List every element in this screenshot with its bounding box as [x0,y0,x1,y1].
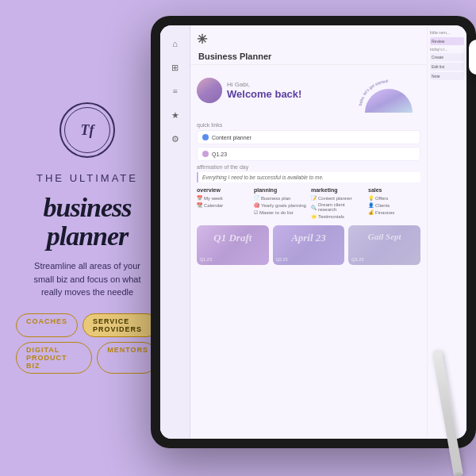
q1-label: Q1.23 [200,257,212,262]
stylus-tip [455,471,463,476]
arch-decoration: babe, let's get started! [357,67,420,114]
welcome-text-area: Hi Gabi, Welcome back! [227,81,301,100]
quick-link-1[interactable]: Content planner [197,130,420,144]
nav-item[interactable]: 👤 Clients [368,202,420,208]
q1-script: Q1 Draft [213,232,251,244]
list-icon: ☑ [254,209,258,215]
content-icon: 📝 [311,195,317,201]
reminder-item-1[interactable]: Create [430,53,464,61]
nav-item[interactable]: 📅 My week [197,195,249,201]
app-sidebar: ⌂ ⊞ ≡ ★ ⚙ [160,25,190,439]
asterisk-icon: ✳ [197,32,207,47]
nav-item[interactable]: ⭐ Testimonials [311,213,363,219]
star-icon: ⭐ [311,213,317,219]
nav-item[interactable]: 📄 Business plan [254,195,306,201]
sidebar-star-icon[interactable]: ★ [167,106,184,124]
reminder-title: little rem... [430,30,464,35]
quick-links: Content planner Q1.23 [197,130,420,161]
nav-planning-title: planning [254,187,306,193]
nav-marketing-title: marketing [311,187,363,193]
quick-link-2[interactable]: Q1.23 [197,147,420,161]
hi-text: Hi Gabi, [227,81,301,88]
tablet-screen: ⌂ ⊞ ≡ ★ ⚙ ✳ Business Planner [160,25,466,439]
affirmation-box: Everything I need to be successful is av… [197,172,420,182]
nav-item[interactable]: 🎯 Yearly goals planning [254,202,306,208]
nav-sections: overview 📅 My week 📆 Calendar pla [197,187,420,221]
logo-initials: Tf [64,107,110,153]
tag-mentors[interactable]: MENTORS [97,342,159,374]
nav-item[interactable]: 📆 Calendar [197,202,249,208]
tagline-the: THE ULTIMATE [36,172,138,184]
description: Streamline all areas of your small biz a… [16,259,159,299]
quarter-thumb-2[interactable]: April 23 Q2.23 [273,225,345,265]
tag-digital[interactable]: DIGITAL PRODUCT BIZ [16,342,92,374]
tags-row-2: DIGITAL PRODUCT BIZ MENTORS [16,342,159,374]
client-icon: 👤 [368,202,374,208]
search-icon: 🔍 [311,205,317,210]
welcome-back: Welcome back! [227,88,301,100]
content-body[interactable]: quick links Content planner Q1.23 affirm… [190,116,427,439]
tablet-outer: ⌂ ⊞ ≡ ★ ⚙ ✳ Business Planner [151,16,476,448]
app-right-panel: little rem... Review today's t... Create… [427,25,466,439]
link-dot-2 [202,151,209,157]
calendar-icon: 📅 [197,195,202,201]
nav-col-overview: overview 📅 My week 📆 Calendar [197,187,249,221]
app-header: ✳ Business Planner [190,25,427,65]
nav-sales-title: sales [368,187,420,193]
nav-col-marketing: marketing 📝 Content planner 🔍 Dream clie… [311,187,363,221]
nav-overview-title: overview [197,187,249,193]
q3-label: Q3.23 [351,257,363,262]
q2-script: April 23 [291,232,326,244]
todays-title: today's t... [430,47,464,52]
nav-item[interactable]: ☑ Master to do list [254,209,306,215]
welcome-user-area: Hi Gabi, Welcome back! [197,78,301,103]
reminder-item-2[interactable]: Edit list [430,63,464,71]
nav-item[interactable]: 💰 Finances [368,209,420,215]
quick-link-2-label: Q1.23 [212,152,227,157]
tagline-main: business planner [43,194,131,250]
tags-row-1: COACHES SERVICE PROVIDERS [16,313,159,337]
nav-item[interactable]: 💡 Offers [368,195,420,201]
tablet-wrapper: N ⌂ ⊞ ≡ ★ ⚙ ✳ Business Planner [151,16,476,468]
tag-coaches[interactable]: COACHES [16,313,78,337]
app-main: ✳ Business Planner Hi Gabi, Welcome back… [190,25,427,439]
target-icon: 🎯 [254,202,259,208]
notion-sticker: N [469,40,476,75]
tags-grid: COACHES SERVICE PROVIDERS DIGITAL PRODUC… [16,313,159,374]
sidebar-settings-icon[interactable]: ⚙ [167,130,184,148]
link-dot-1 [202,134,209,140]
nav-item[interactable]: 🔍 Dream client research [311,202,363,212]
nav-col-sales: sales 💡 Offers 👤 Clients 💰 [368,187,420,221]
cal-icon: 📆 [197,202,202,208]
reminder-item-0[interactable]: Review [430,37,464,45]
nav-col-planning: planning 📄 Business plan 🎯 Yearly goals … [254,187,306,221]
q2-label: Q2.23 [276,257,288,262]
welcome-row: Hi Gabi, Welcome back! [190,65,427,116]
offer-icon: 💡 [368,195,374,201]
quick-links-label: quick links [197,122,420,128]
tag-service[interactable]: SERVICE PROVIDERS [83,313,159,337]
logo-circle: Tf [60,102,115,158]
avatar [197,78,222,103]
nav-item[interactable]: 📝 Content planner [311,195,363,201]
quick-link-1-label: Content planner [212,135,251,140]
left-panel: Tf THE ULTIMATE business planner Streaml… [0,0,175,476]
finance-icon: 💰 [368,209,374,215]
sidebar-grid-icon[interactable]: ⊞ [167,59,184,76]
reminder-item-3[interactable]: Note [430,72,464,80]
sidebar-list-icon[interactable]: ≡ [167,83,184,100]
q3-script: Gail Sept [368,232,401,241]
doc-icon: 📄 [254,195,259,201]
app-title-bar: ✳ [197,32,419,47]
affirmation-label: affirmation of the day [197,164,420,170]
quarter-row: Q1 Draft Q1.23 April 23 Q2.23 Gail Sept … [197,225,420,265]
app-title: Business Planner [197,52,419,61]
sidebar-home-icon[interactable]: ⌂ [167,35,184,52]
quarter-thumb-3[interactable]: Gail Sept Q3.23 [348,225,420,265]
quarter-thumb-1[interactable]: Q1 Draft Q1.23 [197,225,269,265]
